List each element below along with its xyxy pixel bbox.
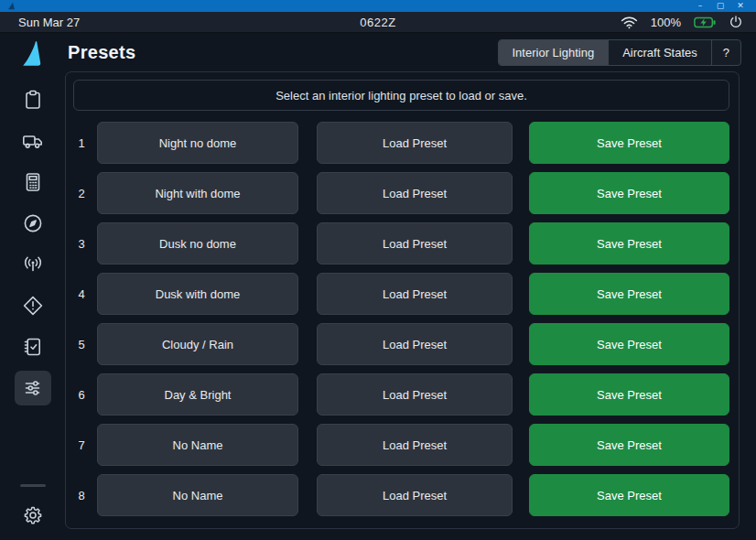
sidebar-item-ground-vehicle[interactable] (15, 124, 51, 158)
status-date: Sun Mar 27 (13, 16, 178, 29)
tab-interior-lighting[interactable]: Interior Lighting (499, 40, 609, 65)
instruction-banner: Select an interior lighting preset to lo… (73, 80, 729, 111)
app-header: Presets Interior Lighting Aircraft State… (0, 33, 756, 71)
load-preset-button[interactable]: Load Preset (317, 222, 513, 265)
view-tabs: Interior Lighting Aircraft States ? (498, 39, 742, 66)
status-bar: Sun Mar 27 0622Z 100% (0, 12, 756, 33)
battery-charging-icon (694, 16, 716, 28)
presets-panel: Select an interior lighting preset to lo… (65, 71, 740, 529)
alert-diamond-icon (22, 295, 44, 317)
preset-number: 5 (73, 338, 90, 351)
load-preset-button[interactable]: Load Preset (317, 424, 513, 466)
save-preset-button[interactable]: Save Preset (529, 222, 729, 265)
app-icon (7, 2, 16, 10)
load-preset-button[interactable]: Load Preset (317, 323, 513, 365)
load-preset-button[interactable]: Load Preset (317, 474, 513, 516)
save-preset-button[interactable]: Save Preset (529, 273, 729, 315)
sliders-icon (22, 377, 44, 399)
sidebar-item-calculator[interactable] (15, 165, 51, 200)
window-titlebar: – ▢ ✕ (0, 0, 756, 12)
preset-row-5: 5 Cloudy / Rain Load Preset Save Preset (73, 323, 729, 365)
preset-name-button[interactable]: Dusk with dome (97, 273, 298, 315)
preset-row-3: 3 Dusk no dome Load Preset Save Preset (73, 222, 729, 265)
sidebar-item-settings[interactable] (15, 498, 51, 533)
preset-name-button[interactable]: Day & Bright (97, 373, 298, 416)
clipboard-icon (22, 89, 44, 111)
preset-number: 8 (73, 489, 90, 502)
sidebar-item-clipboard[interactable] (15, 82, 51, 117)
truck-icon (22, 130, 44, 152)
sidebar-item-radio[interactable] (15, 247, 51, 282)
preset-name-button[interactable]: Cloudy / Rain (97, 323, 298, 365)
close-icon[interactable]: ✕ (730, 0, 751, 12)
page-title: Presets (68, 42, 135, 63)
load-preset-button[interactable]: Load Preset (317, 122, 513, 164)
gear-icon (22, 504, 44, 526)
battery-percent: 100% (651, 16, 681, 29)
preset-row-6: 6 Day & Bright Load Preset Save Preset (73, 373, 729, 416)
preset-name-button[interactable]: No Name (97, 474, 298, 516)
load-preset-button[interactable]: Load Preset (317, 273, 513, 315)
preset-row-4: 4 Dusk with dome Load Preset Save Preset (73, 273, 729, 315)
sidebar-item-alerts[interactable] (15, 288, 51, 323)
calculator-icon (22, 171, 44, 193)
preset-name-button[interactable]: Night no dome (97, 122, 298, 164)
preset-row-2: 2 Night with dome Load Preset Save Prese… (73, 172, 729, 214)
save-preset-button[interactable]: Save Preset (529, 373, 729, 416)
status-time: 0622Z (178, 16, 578, 29)
wifi-icon (621, 16, 638, 29)
load-preset-button[interactable]: Load Preset (317, 373, 513, 416)
help-button[interactable]: ? (711, 40, 740, 65)
save-preset-button[interactable]: Save Preset (529, 323, 729, 365)
sidebar-item-checklist[interactable] (15, 329, 51, 364)
maximize-icon[interactable]: ▢ (710, 0, 730, 12)
compass-icon (22, 212, 44, 234)
preset-name-button[interactable]: Dusk no dome (97, 222, 298, 265)
power-icon[interactable] (729, 15, 743, 29)
preset-name-button[interactable]: No Name (97, 424, 298, 466)
broadcast-icon (22, 254, 44, 275)
preset-row-7: 7 No Name Load Preset Save Preset (73, 424, 729, 466)
preset-list: 1 Night no dome Load Preset Save Preset … (73, 122, 729, 516)
save-preset-button[interactable]: Save Preset (529, 122, 729, 164)
tab-aircraft-states[interactable]: Aircraft States (608, 40, 711, 65)
save-preset-button[interactable]: Save Preset (529, 474, 729, 516)
app-window: Presets Interior Lighting Aircraft State… (0, 33, 756, 540)
checklist-icon (22, 336, 44, 358)
preset-number: 3 (73, 237, 90, 251)
preset-row-8: 8 No Name Load Preset Save Preset (73, 474, 729, 516)
sidebar (0, 71, 65, 540)
preset-row-1: 1 Night no dome Load Preset Save Preset (73, 122, 729, 164)
sidebar-item-compass[interactable] (15, 206, 51, 241)
minimize-icon[interactable]: – (690, 0, 710, 12)
preset-number: 1 (73, 136, 90, 150)
save-preset-button[interactable]: Save Preset (529, 424, 729, 466)
sidebar-item-presets[interactable] (15, 371, 51, 405)
preset-number: 2 (73, 187, 90, 200)
save-preset-button[interactable]: Save Preset (529, 172, 729, 214)
preset-number: 7 (73, 438, 90, 452)
load-preset-button[interactable]: Load Preset (317, 172, 513, 214)
preset-number: 4 (73, 287, 90, 301)
sidebar-divider (20, 484, 46, 487)
preset-number: 6 (73, 388, 90, 402)
preset-name-button[interactable]: Night with dome (97, 172, 298, 214)
airline-logo-icon (20, 38, 42, 68)
